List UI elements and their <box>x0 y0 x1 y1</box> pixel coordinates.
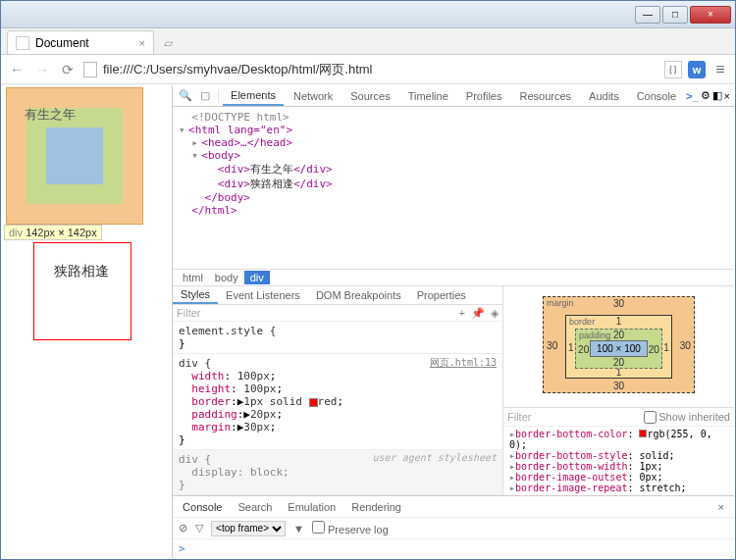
translate-icon[interactable]: ⁅⁆ <box>664 61 682 78</box>
execution-context-select[interactable]: <top frame> <box>211 521 286 536</box>
computed-properties[interactable]: ▸border-bottom-color: rgb(255, 0, 0); ▸b… <box>503 427 734 495</box>
address-bar[interactable]: file:///C:/Users/smyhvae/Desktop/html/网页… <box>103 61 658 78</box>
tab-title: Document <box>35 36 89 50</box>
tab-elements[interactable]: Elements <box>223 86 284 106</box>
devtools-close-icon[interactable]: × <box>724 90 730 102</box>
devtools-panel: 🔍 ▢ Elements Network Sources Timeline Pr… <box>172 85 734 558</box>
subtab-event-listeners[interactable]: Event Listeners <box>218 287 308 303</box>
size-tooltip: div 142px × 142px <box>4 225 102 240</box>
tab-resources[interactable]: Resources <box>512 87 580 105</box>
back-button[interactable]: ← <box>7 60 26 79</box>
settings-gear-icon[interactable]: ⚙ <box>701 89 710 102</box>
page-icon <box>16 36 29 50</box>
animations-icon[interactable]: ◈ <box>491 307 499 320</box>
computed-filter-input[interactable]: Filter <box>507 411 531 423</box>
new-tab-button[interactable]: ▱ <box>158 36 178 54</box>
drawer-tab-rendering[interactable]: Rendering <box>345 499 407 515</box>
crumb-div[interactable]: div <box>244 271 270 284</box>
dock-side-icon[interactable]: ◧ <box>712 89 722 102</box>
style-div-rule[interactable]: 网页.html:13 div { width: 100px; height: 1… <box>173 354 502 450</box>
tab-strip: Document × ▱ <box>1 28 735 55</box>
reload-button[interactable]: ⟳ <box>58 60 78 79</box>
second-div: 狭路相逢 <box>33 242 131 340</box>
new-style-rule-icon[interactable]: + <box>459 307 465 320</box>
crumb-html[interactable]: html <box>177 271 209 284</box>
maximize-button[interactable]: □ <box>662 6 688 24</box>
file-icon <box>83 62 97 77</box>
inspect-icon[interactable]: 🔍 <box>177 87 194 105</box>
regex-toggle[interactable]: ▼ <box>293 523 304 535</box>
minimize-button[interactable]: — <box>635 6 660 24</box>
crumb-body[interactable]: body <box>209 271 244 284</box>
box-model-diagram[interactable]: margin 30 30 30 30 border 1 1 1 <box>503 286 734 407</box>
show-inherited-checkbox[interactable]: Show inherited <box>644 411 730 424</box>
close-window-button[interactable]: × <box>690 6 731 24</box>
tab-network[interactable]: Network <box>286 87 341 105</box>
drawer-close-icon[interactable]: × <box>712 499 730 515</box>
drawer-toggle-icon[interactable]: >_ <box>686 90 699 102</box>
style-ua-div: user agent stylesheet div { display: blo… <box>173 450 502 495</box>
tab-profiles[interactable]: Profiles <box>458 87 510 105</box>
box-model-content: 100 × 100 <box>590 340 648 357</box>
subtab-dom-breakpoints[interactable]: DOM Breakpoints <box>308 287 409 303</box>
device-mode-icon[interactable]: ▢ <box>196 87 214 105</box>
tab-console[interactable]: Console <box>629 87 684 105</box>
source-link[interactable]: 网页.html:13 <box>430 356 497 370</box>
preserve-log-checkbox[interactable]: Preserve log <box>312 521 389 535</box>
page-content: 有生之年 div 142px × 142px 狭路相逢 <box>2 85 172 558</box>
color-swatch-red[interactable] <box>309 398 318 407</box>
browser-tab[interactable]: Document × <box>7 30 154 54</box>
extension-w-icon[interactable]: w <box>688 61 706 78</box>
close-tab-icon[interactable]: × <box>139 37 145 49</box>
console-prompt[interactable]: > <box>173 538 734 558</box>
drawer-tab-search[interactable]: Search <box>232 499 278 515</box>
box1-text: 有生之年 <box>25 106 76 124</box>
clear-console-icon[interactable]: ⊘ <box>179 522 187 535</box>
filter-console-icon[interactable]: ▽ <box>195 522 203 535</box>
toggle-element-state-icon[interactable]: 📌 <box>471 307 485 320</box>
tab-audits[interactable]: Audits <box>581 87 627 105</box>
elements-tree[interactable]: <!DOCTYPE html> ▾<html lang="en"> ▸<head… <box>173 107 734 269</box>
drawer-tab-console[interactable]: Console <box>177 499 228 515</box>
forward-button[interactable]: → <box>32 60 52 79</box>
breadcrumb: html body div <box>173 269 734 286</box>
tab-timeline[interactable]: Timeline <box>400 87 456 105</box>
menu-icon[interactable]: ≡ <box>711 61 729 78</box>
drawer-tab-emulation[interactable]: Emulation <box>282 499 342 515</box>
subtab-styles[interactable]: Styles <box>173 286 218 304</box>
tab-sources[interactable]: Sources <box>342 87 397 105</box>
styles-filter-input[interactable]: Filter <box>177 307 200 319</box>
style-element-style[interactable]: element.style { } <box>173 322 502 354</box>
subtab-properties[interactable]: Properties <box>409 287 474 303</box>
